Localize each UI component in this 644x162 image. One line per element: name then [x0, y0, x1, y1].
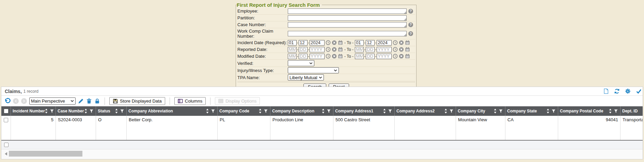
help-icon[interactable]: ?: [408, 31, 413, 36]
incident-from-day-input[interactable]: [299, 40, 308, 46]
clear-date-icon[interactable]: [332, 40, 337, 45]
filter-icon[interactable]: [211, 109, 215, 113]
column-header-dept-id[interactable]: Dept. ID: [621, 106, 643, 116]
calendar-picker-icon[interactable]: [405, 54, 410, 59]
case-number-input[interactable]: [288, 22, 407, 28]
scrollbar-thumb[interactable]: [9, 151, 82, 157]
sort-icon[interactable]: [609, 109, 612, 113]
sort-icon[interactable]: [259, 109, 262, 113]
modified-to-year-input[interactable]: [377, 54, 392, 59]
modified-to-day-input[interactable]: [366, 54, 375, 59]
sort-icon[interactable]: [322, 109, 325, 113]
reported-from-day-input[interactable]: [299, 47, 308, 52]
calendar-picker-icon[interactable]: [405, 47, 410, 52]
column-header-case-number[interactable]: Case Number: [56, 106, 96, 116]
column-header-company-address1[interactable]: Company Address1: [333, 106, 395, 116]
nav-forward-icon[interactable]: [21, 98, 27, 104]
filter-icon[interactable]: [120, 109, 124, 113]
verified-select[interactable]: [288, 60, 314, 66]
time-picker-icon[interactable]: [393, 47, 398, 52]
perspective-select[interactable]: Main Perspective: [29, 97, 76, 105]
clear-date-icon[interactable]: [399, 40, 404, 45]
incident-to-day-input[interactable]: [366, 40, 375, 46]
work-comp-claim-number-input[interactable]: [288, 31, 407, 36]
incident-to-month-input[interactable]: [355, 40, 364, 46]
column-header-company-postal-code[interactable]: Company Postal Code: [558, 106, 621, 116]
filter-icon[interactable]: [450, 109, 453, 113]
sort-icon[interactable]: [494, 109, 497, 113]
time-picker-icon[interactable]: [326, 40, 331, 45]
filter-icon[interactable]: [614, 109, 618, 113]
modified-from-year-input[interactable]: [310, 54, 325, 59]
time-picker-icon[interactable]: [326, 47, 331, 52]
clear-date-icon[interactable]: [332, 54, 337, 59]
table-row[interactable]: 5 S2024-0003 O Better Corp. PL Productio…: [1, 116, 643, 141]
sort-icon[interactable]: [84, 109, 87, 113]
filter-icon[interactable]: [499, 109, 503, 113]
select-all-checkbox[interactable]: [1, 106, 11, 116]
filter-icon[interactable]: [327, 109, 331, 113]
clear-date-icon[interactable]: [332, 47, 337, 52]
store-displayed-data-button[interactable]: Store Displayed Data: [109, 97, 165, 105]
modified-to-month-input[interactable]: [355, 54, 364, 59]
reported-from-year-input[interactable]: [310, 47, 325, 52]
partition-input[interactable]: [288, 15, 407, 21]
calendar-picker-icon[interactable]: [338, 54, 343, 59]
sort-icon[interactable]: [206, 109, 209, 113]
modified-from-month-input[interactable]: [288, 54, 297, 59]
footer-checkbox[interactable]: [4, 143, 9, 147]
sort-icon[interactable]: [45, 109, 48, 113]
column-header-company-address2[interactable]: Company Address2: [395, 106, 456, 116]
filter-icon[interactable]: [50, 109, 54, 113]
refresh-icon[interactable]: [614, 88, 620, 94]
column-header-company-abbreviation[interactable]: Company Abbreviation: [127, 106, 218, 116]
sort-icon[interactable]: [383, 109, 386, 113]
tpa-name-select[interactable]: Liberty Mutual: [288, 74, 324, 80]
new-document-icon[interactable]: [603, 88, 609, 94]
injury-illness-type-select[interactable]: [288, 67, 339, 73]
lock-icon[interactable]: [94, 98, 100, 104]
calendar-picker-icon[interactable]: [338, 47, 343, 52]
scroll-left-arrow-icon[interactable]: [5, 152, 7, 156]
column-header-company-description[interactable]: Company Description: [270, 106, 333, 116]
reported-from-month-input[interactable]: [288, 47, 297, 52]
sort-icon[interactable]: [547, 109, 549, 113]
pencil-icon[interactable]: [78, 98, 84, 104]
column-header-company-city[interactable]: Company City: [456, 106, 505, 116]
incident-from-year-input[interactable]: [310, 40, 325, 46]
undo-icon[interactable]: [4, 98, 11, 104]
settings-gear-icon[interactable]: [625, 88, 631, 94]
help-icon[interactable]: ?: [408, 22, 413, 27]
filter-icon[interactable]: [264, 109, 268, 113]
column-header-status[interactable]: Status: [96, 106, 127, 116]
column-header-company-code[interactable]: Company Code: [218, 106, 270, 116]
calendar-picker-icon[interactable]: [338, 40, 343, 45]
time-picker-icon[interactable]: [326, 54, 331, 59]
modified-from-day-input[interactable]: [299, 54, 308, 59]
time-picker-icon[interactable]: [393, 40, 398, 45]
filter-icon[interactable]: [388, 109, 392, 113]
incident-to-year-input[interactable]: [377, 40, 392, 46]
checkmark-icon[interactable]: [636, 88, 642, 94]
sort-icon[interactable]: [115, 109, 118, 113]
reported-to-month-input[interactable]: [355, 47, 364, 52]
trash-icon[interactable]: [86, 98, 92, 104]
clear-date-icon[interactable]: [399, 54, 404, 59]
columns-button[interactable]: Columns: [174, 97, 206, 105]
filter-icon[interactable]: [552, 109, 555, 113]
help-icon[interactable]: ?: [408, 9, 413, 14]
column-header-company-state[interactable]: Company State: [505, 106, 558, 116]
reported-to-day-input[interactable]: [366, 47, 375, 52]
reported-to-year-input[interactable]: [377, 47, 392, 52]
horizontal-scrollbar[interactable]: [1, 149, 643, 158]
calendar-picker-icon[interactable]: [405, 40, 410, 45]
time-picker-icon[interactable]: [393, 54, 398, 59]
clear-date-icon[interactable]: [399, 47, 404, 52]
column-header-incident-number[interactable]: Incident Number: [11, 106, 56, 116]
filter-icon[interactable]: [90, 109, 93, 113]
employee-input[interactable]: [288, 8, 407, 14]
incident-from-month-input[interactable]: [288, 40, 297, 46]
nav-back-icon[interactable]: [13, 98, 19, 104]
row-checkbox[interactable]: [1, 116, 11, 140]
sort-icon[interactable]: [444, 109, 447, 113]
